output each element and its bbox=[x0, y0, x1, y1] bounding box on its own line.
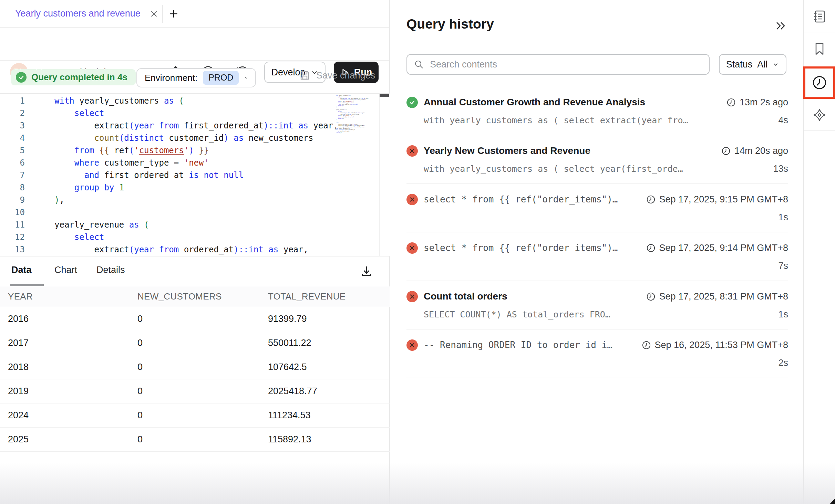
item-title[interactable]: -- Renaming ORDER_ID to order_id i… bbox=[424, 340, 612, 350]
item-title[interactable]: Annual Customer Growth and Revenue Analy… bbox=[424, 97, 645, 108]
table-cell: 91399.79 bbox=[260, 314, 390, 324]
query-history-active-highlight[interactable] bbox=[803, 66, 835, 99]
query-status-text: Query completed in 4s bbox=[31, 72, 127, 83]
table-row[interactable]: 201902025418.77 bbox=[0, 379, 390, 403]
item-code-preview: SELECT COUNT(*) AS total_orders FRO… bbox=[406, 307, 646, 321]
table-row[interactable]: 20170550011.22 bbox=[0, 331, 390, 355]
tab-bar: Yearly customers and revenue bbox=[0, 0, 389, 28]
error-x-icon bbox=[406, 194, 418, 205]
table-cell: 550011.22 bbox=[260, 338, 390, 348]
search-placeholder: Search contents bbox=[430, 59, 497, 70]
query-history-item[interactable]: Count total orders Sep 17, 2025, 8:31 PM… bbox=[406, 281, 788, 329]
scrollbar-thumb[interactable] bbox=[380, 94, 389, 97]
column-header-new-customers[interactable]: NEW_CUSTOMERS bbox=[130, 291, 260, 302]
item-code-preview: with yearly_customers as ( select extrac… bbox=[406, 113, 726, 127]
table-row[interactable]: 20180107642.5 bbox=[0, 355, 390, 379]
minimap[interactable]: with yearly_customers as ( select extrac… bbox=[336, 95, 379, 254]
table-row[interactable]: 20250115892.13 bbox=[0, 428, 390, 452]
environment-value-chip: PROD bbox=[203, 71, 239, 85]
table-cell: 0 bbox=[130, 314, 260, 324]
item-duration: 7s bbox=[646, 259, 788, 273]
item-title[interactable]: Count total orders bbox=[424, 291, 507, 302]
table-cell: 2017 bbox=[0, 338, 130, 348]
tab-chart[interactable]: Chart bbox=[54, 265, 77, 275]
table-cell: 111234.53 bbox=[260, 410, 390, 421]
history-clock-icon bbox=[812, 75, 827, 91]
collapse-panel-icon[interactable] bbox=[773, 19, 787, 32]
query-status-pill: Query completed in 4s bbox=[11, 69, 136, 85]
check-circle-icon bbox=[16, 72, 27, 83]
query-history-item[interactable]: select * from {{ ref("order_items")… Sep… bbox=[406, 232, 788, 281]
query-history-item[interactable]: select * from {{ ref("order_items")… Sep… bbox=[406, 184, 788, 232]
minimap-divider bbox=[379, 94, 380, 256]
item-timestamp: 13m 2s ago bbox=[726, 95, 788, 109]
table-cell: 0 bbox=[130, 434, 260, 445]
item-timestamp: Sep 16, 2025, 11:53 PM GMT+8 bbox=[642, 338, 788, 352]
search-input[interactable]: Search contents bbox=[406, 54, 710, 75]
table-cell: 2025 bbox=[0, 434, 130, 445]
editor-panel: Yearly customers and revenue BL Your sav… bbox=[0, 0, 390, 504]
environment-label: Environment: bbox=[145, 73, 197, 83]
status-filter-dropdown[interactable]: Status All bbox=[719, 54, 786, 75]
lineage-star-icon[interactable] bbox=[812, 107, 827, 123]
table-cell: 2018 bbox=[0, 362, 130, 372]
error-x-icon bbox=[406, 242, 418, 254]
table-row[interactable]: 2016091399.79 bbox=[0, 307, 390, 331]
table-cell: 0 bbox=[130, 338, 260, 348]
item-code-preview bbox=[406, 259, 646, 273]
item-duration: 4s bbox=[726, 113, 788, 127]
table-cell: 2024 bbox=[0, 410, 130, 421]
item-duration: 1s bbox=[646, 307, 788, 321]
results-tab-bar: Data Chart Details bbox=[0, 256, 390, 286]
query-history-item[interactable]: -- Renaming ORDER_ID to order_id i… Sep … bbox=[406, 329, 788, 378]
item-title[interactable]: Yearly New Customers and Revenue bbox=[424, 145, 590, 156]
results-table-body: 2016091399.7920170550011.2220180107642.5… bbox=[0, 307, 390, 452]
query-history-item[interactable]: Annual Customer Growth and Revenue Analy… bbox=[406, 87, 788, 135]
tab-divider bbox=[162, 5, 163, 23]
table-cell: 0 bbox=[130, 410, 260, 421]
error-x-icon bbox=[406, 339, 418, 351]
chevron-down-icon bbox=[244, 74, 248, 82]
notebook-icon[interactable] bbox=[812, 9, 827, 24]
clock-icon bbox=[642, 340, 651, 350]
active-tab-indicator bbox=[10, 284, 44, 286]
download-icon[interactable] bbox=[359, 264, 374, 279]
app-window: Yearly customers and revenue BL Your sav… bbox=[0, 0, 835, 504]
tab-data[interactable]: Data bbox=[11, 265, 32, 275]
save-changes-button[interactable]: Save changes bbox=[299, 70, 375, 81]
error-x-icon bbox=[406, 291, 418, 302]
table-cell: 2025418.77 bbox=[260, 386, 390, 397]
save-icon bbox=[299, 70, 311, 81]
query-history-list: Annual Customer Growth and Revenue Analy… bbox=[406, 87, 788, 378]
toolbar-divider bbox=[804, 32, 835, 32]
line-numbers: 12345678910111213 bbox=[0, 95, 25, 256]
table-cell: 115892.13 bbox=[260, 434, 390, 445]
item-duration: 1s bbox=[646, 210, 788, 224]
sql-editor[interactable]: 12345678910111213 with yearly_customers … bbox=[0, 93, 390, 256]
tab-close-icon[interactable] bbox=[150, 9, 158, 18]
tab-details[interactable]: Details bbox=[96, 265, 125, 275]
error-x-icon bbox=[406, 145, 418, 157]
table-row[interactable]: 20240111234.53 bbox=[0, 403, 390, 428]
item-title[interactable]: select * from {{ ref("order_items")… bbox=[424, 194, 618, 204]
clock-icon bbox=[726, 98, 736, 107]
clock-icon bbox=[721, 146, 731, 156]
query-history-item[interactable]: Yearly New Customers and Revenue 14m 20s… bbox=[406, 135, 788, 184]
item-duration: 2s bbox=[642, 356, 788, 370]
column-header-year[interactable]: YEAR bbox=[0, 291, 130, 302]
search-icon bbox=[414, 60, 424, 69]
right-toolbar bbox=[803, 0, 835, 504]
tab-yearly-customers[interactable]: Yearly customers and revenue bbox=[0, 0, 170, 27]
column-header-total-revenue[interactable]: TOTAL_REVENUE bbox=[260, 291, 390, 302]
new-tab-button[interactable] bbox=[167, 8, 180, 20]
item-title[interactable]: select * from {{ ref("order_items")… bbox=[424, 243, 618, 253]
code-content[interactable]: with yearly_customers as ( select extrac… bbox=[54, 95, 336, 256]
environment-selector[interactable]: Environment: PROD bbox=[136, 68, 256, 87]
item-timestamp: Sep 17, 2025, 9:15 PM GMT+8 bbox=[646, 192, 788, 206]
clock-icon bbox=[646, 292, 656, 301]
bookmark-icon[interactable] bbox=[812, 41, 827, 56]
item-timestamp: Sep 17, 2025, 9:14 PM GMT+8 bbox=[646, 241, 788, 255]
clock-icon bbox=[646, 243, 656, 253]
toolbar-divider bbox=[804, 130, 835, 131]
chevron-down-icon bbox=[772, 61, 779, 68]
